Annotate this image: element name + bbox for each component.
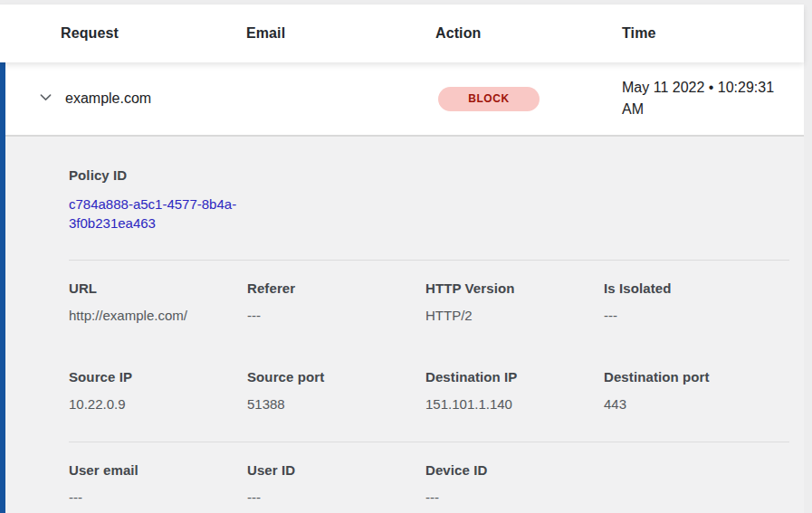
column-header-time: Time bbox=[622, 25, 804, 42]
field-value: --- bbox=[425, 489, 591, 505]
field-value: 151.101.1.140 bbox=[425, 396, 591, 412]
field-label: Source port bbox=[247, 369, 413, 385]
table-header-row: Request Email Action Time bbox=[0, 5, 804, 62]
field-destination-ip: Destination IP 151.101.1.140 bbox=[425, 369, 604, 412]
field-destination-port: Destination port 443 bbox=[604, 369, 782, 412]
field-label: URL bbox=[69, 280, 234, 296]
request-details-panel: Policy ID c784a888-a5c1-4577-8b4a-3f0b23… bbox=[5, 137, 804, 513]
block-action-badge: BLOCK bbox=[438, 87, 540, 111]
field-source-ip: Source IP 10.22.0.9 bbox=[69, 369, 247, 412]
field-url: URL http://example.com/ bbox=[69, 280, 247, 323]
request-cell: example.com bbox=[5, 90, 246, 108]
field-value: 443 bbox=[604, 396, 769, 412]
field-label: Device ID bbox=[425, 462, 591, 478]
field-value: HTTP/2 bbox=[425, 308, 591, 323]
chevron-down-icon bbox=[38, 90, 53, 108]
request-domain: example.com bbox=[65, 90, 151, 107]
table-row[interactable]: example.com BLOCK May 11 2022 • 10:29:31… bbox=[5, 62, 804, 135]
action-cell: BLOCK bbox=[435, 87, 622, 111]
field-label: User ID bbox=[247, 462, 413, 478]
collapse-row-button[interactable] bbox=[36, 90, 54, 108]
expanded-row-section: example.com BLOCK May 11 2022 • 10:29:31… bbox=[0, 62, 804, 513]
field-label: Referer bbox=[247, 280, 413, 296]
field-value: --- bbox=[247, 308, 413, 323]
field-label: Destination IP bbox=[425, 369, 591, 385]
field-user-email: User email --- bbox=[69, 462, 247, 505]
field-http-version: HTTP Version HTTP/2 bbox=[425, 280, 604, 323]
policy-id-link[interactable]: c784a888-a5c1-4577-8b4a-3f0b231ea463 bbox=[69, 195, 254, 233]
details-grid-row: Source IP 10.22.0.9 Source port 51388 De… bbox=[69, 369, 789, 412]
requests-table-card: Request Email Action Time example.com BL… bbox=[0, 5, 804, 513]
field-source-port: Source port 51388 bbox=[247, 369, 425, 412]
details-grid-row: User email --- User ID --- Device ID --- bbox=[69, 462, 789, 505]
field-user-id: User ID --- bbox=[247, 462, 425, 505]
field-is-isolated: Is Isolated --- bbox=[604, 280, 782, 323]
column-header-request: Request bbox=[61, 25, 246, 42]
policy-id-label: Policy ID bbox=[69, 167, 789, 183]
details-grid-row: URL http://example.com/ Referer --- HTTP… bbox=[69, 280, 789, 323]
field-label: Destination port bbox=[604, 369, 769, 385]
time-cell: May 11 2022 • 10:29:31 AM bbox=[622, 77, 794, 120]
field-label: Source IP bbox=[69, 369, 234, 385]
field-value: --- bbox=[247, 489, 413, 505]
column-header-email: Email bbox=[246, 25, 435, 42]
section-divider bbox=[69, 260, 789, 261]
field-value: 10.22.0.9 bbox=[69, 396, 234, 412]
field-label: Is Isolated bbox=[604, 280, 769, 296]
field-device-id: Device ID --- bbox=[425, 462, 604, 505]
field-referer: Referer --- bbox=[247, 280, 425, 323]
column-header-action: Action bbox=[435, 25, 622, 42]
field-label: HTTP Version bbox=[425, 280, 591, 296]
field-value: 51388 bbox=[247, 396, 413, 412]
field-value: http://example.com/ bbox=[69, 308, 234, 323]
field-label: User email bbox=[69, 462, 234, 478]
field-value: --- bbox=[69, 489, 234, 505]
field-value: --- bbox=[604, 308, 769, 323]
policy-id-block: Policy ID c784a888-a5c1-4577-8b4a-3f0b23… bbox=[69, 167, 789, 233]
section-divider bbox=[69, 442, 789, 442]
